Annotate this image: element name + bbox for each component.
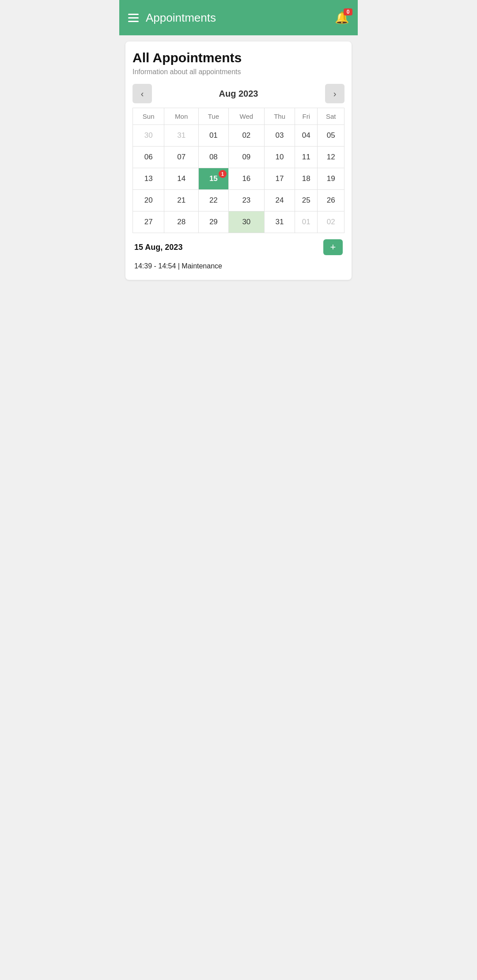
- menu-icon[interactable]: [128, 14, 139, 22]
- weekday-header: Sat: [318, 108, 344, 125]
- calendar-day[interactable]: 17: [264, 168, 295, 190]
- main-card: All Appointments Information about all a…: [125, 41, 352, 280]
- calendar-day[interactable]: 31: [264, 211, 295, 233]
- calendar-week-row: 131415116171819: [133, 168, 344, 190]
- page-title: All Appointments: [132, 50, 344, 65]
- calendar-day[interactable]: 19: [318, 168, 344, 190]
- notification-badge: 0: [344, 8, 352, 15]
- app-header: Appointments 🔔 0: [119, 0, 358, 35]
- calendar-day[interactable]: 30: [228, 211, 264, 233]
- calendar-day[interactable]: 27: [133, 211, 164, 233]
- appointments-list: 14:39 - 14:54 | Maintenance: [132, 260, 344, 273]
- calendar-day[interactable]: 22: [199, 190, 229, 211]
- weekdays-row: SunMonTueWedThuFriSat: [133, 108, 344, 125]
- calendar-week-row: 20212223242526: [133, 190, 344, 211]
- calendar-day[interactable]: 26: [318, 190, 344, 211]
- calendar-day[interactable]: 08: [199, 147, 229, 168]
- bottom-space: [119, 286, 358, 463]
- calendar-day[interactable]: 03: [264, 125, 295, 147]
- weekday-header: Thu: [264, 108, 295, 125]
- calendar-day[interactable]: 20: [133, 190, 164, 211]
- calendar-day[interactable]: 30: [133, 125, 164, 147]
- calendar-day[interactable]: 18: [295, 168, 318, 190]
- event-count-badge: 1: [219, 170, 227, 178]
- weekday-header: Wed: [228, 108, 264, 125]
- next-month-button[interactable]: ›: [325, 84, 344, 103]
- selected-date-info: 15 Aug, 2023 +: [132, 233, 344, 260]
- calendar-day[interactable]: 16: [228, 168, 264, 190]
- bell-icon[interactable]: 🔔 0: [335, 11, 349, 25]
- calendar-day[interactable]: 28: [164, 211, 199, 233]
- calendar-week-row: 06070809101112: [133, 147, 344, 168]
- calendar-nav: ‹ Aug 2023 ›: [132, 84, 344, 103]
- calendar-grid: SunMonTueWedThuFriSat 303101020304050607…: [132, 108, 344, 233]
- calendar-day[interactable]: 29: [199, 211, 229, 233]
- prev-month-button[interactable]: ‹: [132, 84, 152, 103]
- app-title: Appointments: [146, 11, 216, 25]
- calendar-day[interactable]: 14: [164, 168, 199, 190]
- calendar-month-label: Aug 2023: [219, 89, 258, 99]
- page-subtitle: Information about all appointments: [132, 68, 344, 76]
- calendar-day[interactable]: 07: [164, 147, 199, 168]
- calendar-day[interactable]: 09: [228, 147, 264, 168]
- weekday-header: Tue: [199, 108, 229, 125]
- calendar-day[interactable]: 25: [295, 190, 318, 211]
- calendar-body: 3031010203040506070809101112131415116171…: [133, 125, 344, 233]
- calendar-day[interactable]: 24: [264, 190, 295, 211]
- add-appointment-button[interactable]: +: [323, 239, 343, 255]
- calendar-day[interactable]: 11: [295, 147, 318, 168]
- calendar-week-row: 27282930310102: [133, 211, 344, 233]
- calendar-day[interactable]: 02: [228, 125, 264, 147]
- calendar-day[interactable]: 01: [295, 211, 318, 233]
- calendar-day[interactable]: 31: [164, 125, 199, 147]
- header-left: Appointments: [128, 11, 216, 25]
- calendar-day[interactable]: 06: [133, 147, 164, 168]
- calendar-day[interactable]: 151: [199, 168, 229, 190]
- calendar-day[interactable]: 02: [318, 211, 344, 233]
- calendar-day[interactable]: 21: [164, 190, 199, 211]
- calendar-day[interactable]: 10: [264, 147, 295, 168]
- header-right: 🔔 0: [335, 11, 349, 25]
- selected-date-label: 15 Aug, 2023: [134, 243, 182, 252]
- weekday-header: Fri: [295, 108, 318, 125]
- calendar-day[interactable]: 04: [295, 125, 318, 147]
- calendar-day[interactable]: 13: [133, 168, 164, 190]
- weekday-header: Mon: [164, 108, 199, 125]
- calendar-day[interactable]: 05: [318, 125, 344, 147]
- calendar-week-row: 30310102030405: [133, 125, 344, 147]
- appointment-item[interactable]: 14:39 - 14:54 | Maintenance: [132, 260, 344, 273]
- weekday-header: Sun: [133, 108, 164, 125]
- calendar-day[interactable]: 12: [318, 147, 344, 168]
- calendar-day[interactable]: 23: [228, 190, 264, 211]
- calendar-day[interactable]: 01: [199, 125, 229, 147]
